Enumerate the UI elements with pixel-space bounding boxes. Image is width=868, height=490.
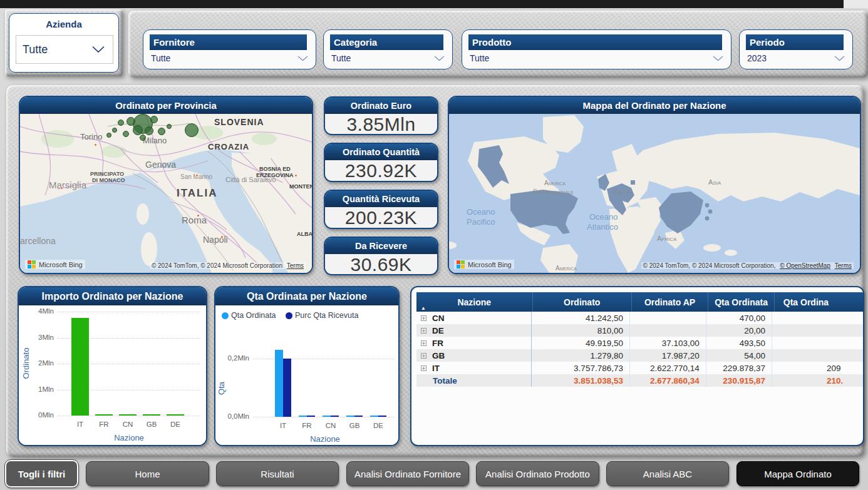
column-header-ordinato-ap[interactable]: Ordinato AP [631,292,708,312]
order-bubble[interactable] [133,125,143,135]
sort-ascending-icon[interactable]: ▲ [421,305,426,311]
filter-periodo-dropdown[interactable]: 2023 [747,51,845,65]
value-cell: 37.103,00 [629,337,706,349]
azienda-card: Azienda Tutte [9,13,119,73]
expand-icon[interactable] [421,328,426,334]
order-bubble[interactable] [158,128,165,135]
bar-GB-ricevuta[interactable] [354,416,363,417]
bar-DE-ricevuta[interactable] [378,416,386,417]
column-header-ordinato[interactable]: Ordinato [532,292,631,312]
order-bubble[interactable] [123,131,129,137]
expand-icon[interactable] [421,340,426,346]
expand-icon[interactable] [421,353,426,359]
value-cell [772,312,864,324]
nav-button-togli-i-filtri[interactable]: Togli i filtri [5,460,78,487]
row-header-cell: FR [416,337,531,349]
nav-button-risultati[interactable]: Risultati [216,461,339,486]
map-label: ERZEGOVINA [256,173,294,178]
map-label: Genova [145,160,176,169]
x-axis-title: Nazione [294,434,356,444]
order-bubble[interactable] [185,123,199,137]
order-bubble[interactable] [140,135,146,141]
nav-button-home[interactable]: Home [86,461,209,486]
table-row-gb[interactable]: GB1.279,8017.987,2054,00 [416,349,864,362]
terms-link[interactable]: Terms [287,262,304,269]
azienda-dropdown[interactable]: Tutte [16,35,113,64]
filter-categoria-dropdown[interactable]: Tutte [331,51,445,65]
nav-button-analisi-ordinato-prodotto[interactable]: Analisi Ordinato Prodotto [476,461,599,486]
map-provincia-title: Ordinato per Provincia [20,97,312,114]
bar-CN[interactable] [119,414,137,416]
row-header-cell: IT [416,362,531,374]
window-top-strip-right [844,0,868,8]
microsoft-logo-icon [28,260,36,268]
row-label: IT [432,364,440,373]
chart-importo-card: Importo Ordinato per Nazione 0Mln1Mln2Ml… [18,286,207,446]
terms-link[interactable]: Terms [835,262,852,269]
bar-CN-ricevuta[interactable] [331,416,339,417]
filter-fornitore-dropdown[interactable]: Tutte [151,51,308,65]
bar-IT-ricevuta[interactable] [283,359,291,417]
map-label: MONTENEG [289,184,312,190]
row-header-cell: Totale [416,374,531,387]
map-label: Marsiglia [49,180,86,190]
nav-button-mappa-ordinato[interactable]: Mappa Ordinato [736,461,859,486]
order-bubble[interactable] [145,126,153,135]
bar-IT[interactable] [71,318,89,416]
column-header-nazione[interactable]: Nazione▲ [416,292,532,312]
filter-periodo-value: 2023 [747,53,767,63]
legend-dot-icon [222,312,229,319]
value-cell: 3.757.786,73 [531,362,629,374]
order-bubble[interactable] [127,117,135,126]
table-row-fr[interactable]: FR49.919,5037.103,00493,50 [416,337,864,349]
nav-button-analisi-ordinato-fornitore[interactable]: Analisi Ordinato Fornitore [346,461,469,486]
table-row-cn[interactable]: CN41.242,50470,00 [416,312,864,324]
expand-icon[interactable] [421,315,426,321]
table-row-totale[interactable]: Totale3.851.038,532.677.860,34230.915,87… [416,374,864,387]
table-header-row: Nazione▲OrdinatoOrdinato APQta OrdinataQ… [416,292,864,312]
filter-prodotto: Prodotto Tutte [462,29,731,69]
map-provincia-canvas[interactable]: TorinoMilanoGenovaPRINCIPATODI MONACOMar… [20,114,312,273]
chevron-down-icon [434,56,445,61]
order-bubble[interactable] [118,120,124,126]
bar-CN-ordinata[interactable] [323,416,331,417]
chart-qta-plot: Qta OrdinataPurc Qta Ricevuta0,0Mln0,2Ml… [215,305,398,445]
value-cell [629,312,706,324]
nav-button-analisi-abc[interactable]: Analisi ABC [606,461,729,486]
bar-DE-ordinata[interactable] [370,416,378,417]
value-cell: 54,00 [706,349,772,362]
expand-icon[interactable] [421,365,426,371]
filter-prodotto-title: Prodotto [468,34,722,50]
bar-FR-ordinata[interactable] [299,416,307,417]
value-cell: 470,00 [706,312,772,324]
bar-FR[interactable] [95,414,113,416]
order-bubble[interactable] [150,116,158,123]
bar-GB-ordinata[interactable] [346,416,354,417]
table-row-de[interactable]: DE810,0020,00 [416,324,864,337]
value-cell: 229.878,37 [706,362,772,374]
map-label: Torino [80,133,102,141]
order-bubble[interactable] [106,133,111,138]
value-cell: 2.622.770,14 [629,362,706,374]
column-header-qta-ordinata[interactable]: Qta Ordinata [708,292,774,312]
filter-prodotto-value: Tutte [470,53,489,63]
order-bubble[interactable] [167,124,172,129]
column-header-qta-ordina[interactable]: Qta Ordina [774,292,864,312]
map-label: ITALIA [177,188,218,198]
legend-item[interactable]: Purc Qta Ricevuta [286,311,358,320]
legend-item[interactable]: Qta Ordinata [222,311,276,320]
bar-GB[interactable] [143,414,160,416]
order-bubble[interactable] [112,128,117,133]
openstreetmap-link[interactable]: © OpenStreetMap [780,262,830,269]
city-dot [197,214,200,217]
y-tick-label: 3Mln [26,334,54,341]
map-nazione-canvas[interactable]: AmericaSettentrionaleOceanoPacificoOcean… [449,114,860,273]
bar-FR-ricevuta[interactable] [307,416,315,417]
map-label: Milano [143,136,167,145]
row-label: FR [432,339,443,348]
bar-IT-ordinata[interactable] [275,350,283,417]
filter-prodotto-dropdown[interactable]: Tutte [470,51,723,65]
y-tick-label: 4Mln [26,307,54,315]
table-row-it[interactable]: IT3.757.786,732.622.770,14229.878,37209 [416,362,864,374]
bar-DE[interactable] [167,414,184,416]
